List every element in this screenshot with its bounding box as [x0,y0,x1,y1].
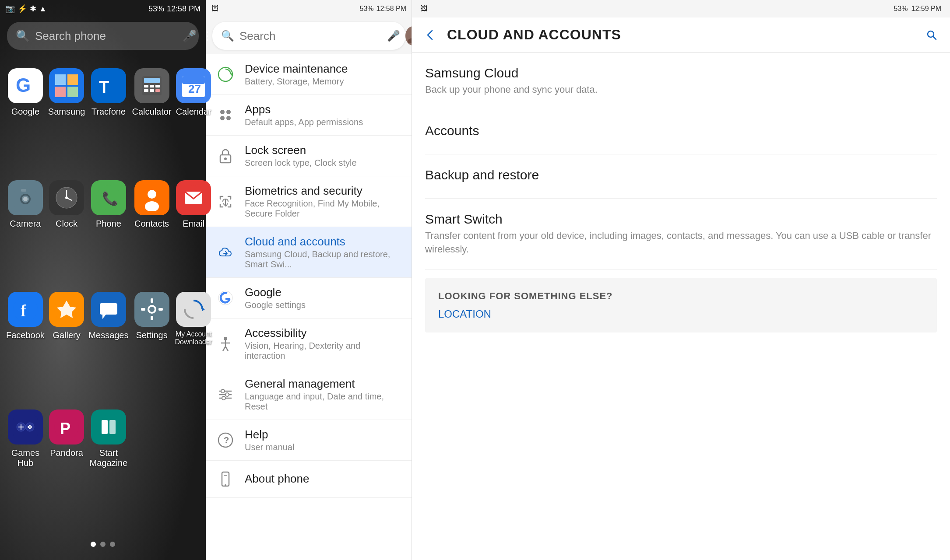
svg-point-91 [225,484,226,486]
settings-search-input[interactable] [239,29,382,43]
apps-sub: Default apps, App permissions [245,117,403,127]
settings-search-bar[interactable]: 🔍 🎤 [212,22,405,50]
settings-item-help[interactable]: ? Help User manual [206,420,412,461]
settings-item-google[interactable]: Google Google settings [206,278,412,318]
app-clock[interactable]: Clock [46,175,87,287]
device-maintenance-sub: Battery, Storage, Memory [245,77,403,87]
settings-item-biometrics[interactable]: Biometrics and security Face Recognition… [206,176,412,227]
app-gallery[interactable]: Gallery [46,287,87,404]
cloud-content: Samsung Cloud Back up your phone and syn… [412,52,950,560]
accounts-section[interactable]: Accounts [425,110,937,154]
svg-point-26 [65,196,68,199]
app-messages[interactable]: Messages [87,287,130,404]
settings-item-cloud-accounts[interactable]: Cloud and accounts Samsung Cloud, Backup… [206,227,412,278]
app-google[interactable]: G Google [4,63,46,175]
app-pandora-label: Pandora [50,448,83,458]
accessibility-title: Accessibility [245,326,403,340]
general-text: General management Language and input, D… [245,377,403,412]
menu-icon[interactable]: ⋮ [202,29,213,43]
settings-panel: 🖼 53% 12:58 PM 🔍 🎤 Device maintenanc [206,0,412,560]
svg-point-30 [148,190,156,199]
biometrics-text: Biometrics and security Face Recognition… [245,184,403,219]
app-gameshub-label: Games Hub [6,448,45,468]
app-phone[interactable]: 📞 Phone [87,175,130,287]
home-search-input[interactable] [35,29,177,43]
looking-for-box: LOOKING FOR SOMETHING ELSE? LOCATION [425,278,937,332]
settings-item-accessibility[interactable]: Accessibility Vision, Hearing, Dexterity… [206,318,412,369]
svg-rect-90 [222,472,229,486]
general-management-icon [215,384,236,405]
app-calendar-label: Calendar [176,107,211,117]
battery-text: 53% [148,4,164,14]
app-myaccount[interactable]: My AccountDownloader [173,287,214,404]
backup-restore-section[interactable]: Backup and restore [425,154,937,199]
cloud-status-right: 53% 12:59 PM [894,5,941,13]
svg-text:📞: 📞 [102,191,119,206]
app-pandora[interactable]: P Pandora [46,404,87,526]
svg-rect-7 [144,78,160,83]
cloud-header: CLOUD AND ACCOUNTS [412,18,950,52]
svg-rect-63 [102,420,108,434]
search-icon: 🔍 [16,29,30,43]
svg-text:27: 27 [188,82,201,95]
svg-line-80 [223,346,225,351]
settings-item-apps[interactable]: Apps Default apps, App permissions [206,95,412,136]
app-facebook-label: Facebook [6,330,45,340]
settings-list: Device maintenance Battery, Storage, Mem… [206,54,412,560]
svg-point-56 [28,426,29,428]
accessibility-text: Accessibility Vision, Hearing, Dexterity… [245,326,403,361]
svg-rect-9 [150,85,154,88]
about-title: About phone [245,472,403,486]
smart-switch-section[interactable]: Smart Switch Transfer content from your … [425,199,937,270]
app-gameshub[interactable]: Games Hub [4,404,46,526]
smart-switch-sub: Transfer content from your old device, i… [425,229,937,256]
looking-title: LOOKING FOR SOMETHING ELSE? [438,290,924,302]
dot-2[interactable] [100,542,106,547]
svg-rect-12 [150,89,154,92]
back-button[interactable] [421,25,440,45]
svg-point-87 [222,396,225,400]
settings-mic-icon[interactable]: 🎤 [387,30,400,42]
dot-3[interactable] [110,542,115,547]
app-calendar[interactable]: 27 Calendar [173,63,214,175]
location-link[interactable]: LOCATION [438,308,924,320]
samsung-cloud-section[interactable]: Samsung Cloud Back up your phone and syn… [425,52,937,110]
app-calculator[interactable]: Calculator [130,63,173,175]
svg-point-43 [149,307,155,312]
help-sub: User manual [245,442,403,452]
about-icon [215,469,236,490]
settings-item-general[interactable]: General management Language and input, D… [206,369,412,420]
svg-text:f: f [21,301,27,320]
app-phone-label: Phone [96,219,121,229]
time-text: 12:58 PM [167,4,201,14]
svg-rect-11 [144,89,148,92]
svg-point-83 [221,389,225,393]
cloud-search-button[interactable] [922,25,941,45]
app-clock-label: Clock [56,219,77,229]
google-title: Google [245,286,403,299]
app-facebook[interactable]: f Facebook [4,287,46,404]
settings-item-lockscreen[interactable]: Lock screen Screen lock type, Clock styl… [206,136,412,176]
general-sub: Language and input, Date and time, Reset [245,392,403,412]
samsung-cloud-sub: Back up your phone and sync your data. [425,83,937,97]
settings-status-bar: 🖼 53% 12:58 PM [206,0,412,18]
app-grid: G Google Samsung T Tracfone [0,54,206,535]
app-camera[interactable]: Camera [4,175,46,287]
svg-rect-45 [151,316,153,320]
app-samsung[interactable]: Samsung [46,63,87,175]
app-tracfone[interactable]: T Tracfone [87,63,130,175]
svg-text:?: ? [224,435,229,445]
app-camera-label: Camera [10,219,41,229]
mic-icon[interactable]: 🎤 [183,29,197,43]
settings-item-about[interactable]: About phone [206,461,412,498]
app-startmag[interactable]: StartMagazine [87,404,130,526]
app-email[interactable]: Email [173,175,214,287]
photo-icon: 🖼 [211,5,218,13]
app-contacts[interactable]: Contacts [130,175,173,287]
settings-item-device-maintenance[interactable]: Device maintenance Battery, Storage, Mem… [206,54,412,95]
home-search-bar[interactable]: 🔍 🎤 ⋮ [7,22,199,50]
google-sub: Google settings [245,300,403,310]
svg-point-72 [226,116,231,120]
app-settings[interactable]: Settings [130,287,173,404]
dot-1[interactable] [91,542,96,547]
